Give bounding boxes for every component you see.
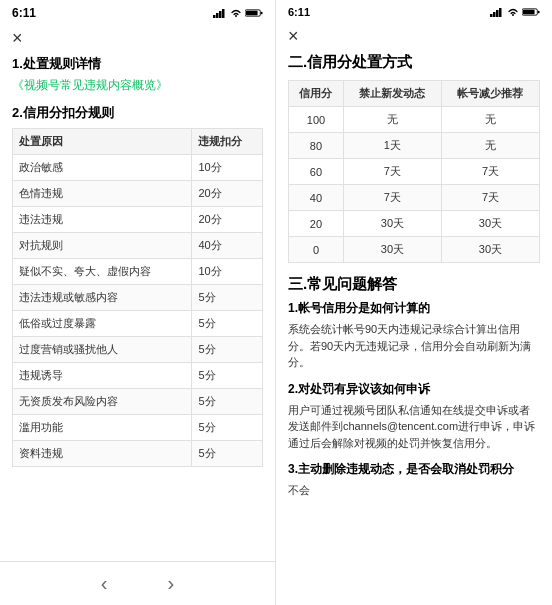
score-cell: 5分 — [192, 441, 263, 467]
ban-cell: 7天 — [343, 159, 441, 185]
reason-cell: 色情违规 — [13, 181, 192, 207]
reduce-cell: 30天 — [441, 237, 539, 263]
faq-item-body: 不会 — [288, 482, 540, 499]
svg-rect-9 — [496, 10, 499, 17]
svg-rect-13 — [523, 10, 535, 15]
table-row: 违法违规或敏感内容 5分 — [13, 285, 263, 311]
credit-score-cell: 100 — [289, 107, 344, 133]
reduce-cell: 无 — [441, 107, 539, 133]
table-row: 违法违规 20分 — [13, 207, 263, 233]
svg-rect-8 — [493, 12, 496, 17]
ban-cell: 30天 — [343, 237, 441, 263]
table-row: 违规诱导 5分 — [13, 363, 263, 389]
left-panel: 6:11 × 1.处置规则详情 《视频号常见违规内容概览》 — [0, 0, 276, 605]
ban-cell: 7天 — [343, 185, 441, 211]
ban-cell: 无 — [343, 107, 441, 133]
battery-icon — [245, 8, 263, 18]
table-row: 40 7天 7天 — [289, 185, 540, 211]
score-cell: 10分 — [192, 155, 263, 181]
left-close-button[interactable]: × — [0, 24, 275, 55]
faq-item-title: 1.帐号信用分是如何计算的 — [288, 300, 540, 317]
svg-rect-3 — [222, 9, 225, 18]
table-row: 无资质发布风险内容 5分 — [13, 389, 263, 415]
table-row: 对抗规则 40分 — [13, 233, 263, 259]
nav-forward-button[interactable]: › — [158, 570, 185, 597]
reason-cell: 政治敏感 — [13, 155, 192, 181]
left-content: 1.处置规则详情 《视频号常见违规内容概览》 2.信用分扣分规则 处置原因 违规… — [0, 55, 275, 561]
faq-item-title: 3.主动删除违规动态，是否会取消处罚积分 — [288, 461, 540, 478]
score-cell: 10分 — [192, 259, 263, 285]
table-row: 疑似不实、夸大、虚假内容 10分 — [13, 259, 263, 285]
ban-cell: 1天 — [343, 133, 441, 159]
table-row: 100 无 无 — [289, 107, 540, 133]
reason-cell: 对抗规则 — [13, 233, 192, 259]
right-status-icons — [490, 7, 540, 17]
score-cell: 40分 — [192, 233, 263, 259]
ban-cell: 30天 — [343, 211, 441, 237]
reduce-cell: 7天 — [441, 159, 539, 185]
right-time: 6:11 — [288, 6, 310, 18]
penalty-table: 处置原因 违规扣分 政治敏感 10分 色情违规 20分 违法违规 20分 对抗规… — [12, 128, 263, 467]
svg-rect-12 — [538, 11, 540, 14]
right-section-title: 二.信用分处置方式 — [288, 53, 540, 72]
faq-container: 1.帐号信用分是如何计算的 系统会统计帐号90天内违规记录综合计算出信用分。若9… — [288, 300, 540, 499]
right-col2: 禁止新发动态 — [343, 81, 441, 107]
faq-item-title: 2.对处罚有异议该如何申诉 — [288, 381, 540, 398]
table-row: 80 1天 无 — [289, 133, 540, 159]
score-cell: 20分 — [192, 181, 263, 207]
col-score: 违规扣分 — [192, 129, 263, 155]
reason-cell: 违规诱导 — [13, 363, 192, 389]
credit-score-cell: 40 — [289, 185, 344, 211]
faq-item-body: 系统会统计帐号90天内违规记录综合计算出信用分。若90天内无违规记录，信用分会自… — [288, 321, 540, 371]
left-time: 6:11 — [12, 6, 36, 20]
credit-score-table: 信用分 禁止新发动态 帐号减少推荐 100 无 无 80 1天 无 60 7天 … — [288, 80, 540, 263]
right-signal-icon — [490, 7, 504, 17]
credit-score-cell: 60 — [289, 159, 344, 185]
credit-score-cell: 20 — [289, 211, 344, 237]
reduce-cell: 30天 — [441, 211, 539, 237]
reason-cell: 低俗或过度暴露 — [13, 311, 192, 337]
svg-rect-1 — [216, 13, 219, 18]
left-status-icons — [213, 8, 263, 18]
credit-score-cell: 0 — [289, 237, 344, 263]
reason-cell: 违法违规或敏感内容 — [13, 285, 192, 311]
faq-item-3: 3.主动删除违规动态，是否会取消处罚积分 不会 — [288, 461, 540, 499]
svg-rect-0 — [213, 15, 216, 18]
reduce-cell: 7天 — [441, 185, 539, 211]
svg-rect-5 — [261, 12, 263, 15]
score-cell: 5分 — [192, 415, 263, 441]
score-cell: 5分 — [192, 389, 263, 415]
right-content: 二.信用分处置方式 信用分 禁止新发动态 帐号减少推荐 100 无 无 80 1… — [276, 49, 552, 605]
table-row: 过度营销或骚扰他人 5分 — [13, 337, 263, 363]
section1-title: 1.处置规则详情 — [12, 55, 263, 73]
video-rules-link[interactable]: 《视频号常见违规内容概览》 — [12, 77, 263, 94]
wifi-icon — [230, 8, 242, 18]
table-row: 滥用功能 5分 — [13, 415, 263, 441]
reduce-cell: 无 — [441, 133, 539, 159]
table-row: 政治敏感 10分 — [13, 155, 263, 181]
right-close-button[interactable]: × — [276, 22, 552, 49]
faq-item-2: 2.对处罚有异议该如何申诉 用户可通过视频号团队私信通知在线提交申诉或者发送邮件… — [288, 381, 540, 452]
table-row: 0 30天 30天 — [289, 237, 540, 263]
faq-item-1: 1.帐号信用分是如何计算的 系统会统计帐号90天内违规记录综合计算出信用分。若9… — [288, 300, 540, 371]
svg-rect-2 — [219, 11, 222, 18]
faq-title: 三.常见问题解答 — [288, 275, 540, 294]
table-row: 色情违规 20分 — [13, 181, 263, 207]
table-row: 20 30天 30天 — [289, 211, 540, 237]
nav-back-button[interactable]: ‹ — [91, 570, 118, 597]
signal-icon — [213, 8, 227, 18]
svg-rect-10 — [499, 8, 502, 17]
col-reason: 处置原因 — [13, 129, 192, 155]
right-col1: 信用分 — [289, 81, 344, 107]
score-cell: 5分 — [192, 363, 263, 389]
faq-item-body: 用户可通过视频号团队私信通知在线提交申诉或者发送邮件到channels@tenc… — [288, 402, 540, 452]
right-status-bar: 6:11 — [276, 0, 552, 22]
left-status-bar: 6:11 — [0, 0, 275, 24]
score-cell: 5分 — [192, 311, 263, 337]
table-row: 60 7天 7天 — [289, 159, 540, 185]
svg-rect-7 — [490, 14, 493, 17]
navigation-bar: ‹ › — [0, 561, 275, 605]
right-wifi-icon — [507, 7, 519, 17]
reason-cell: 过度营销或骚扰他人 — [13, 337, 192, 363]
right-col3: 帐号减少推荐 — [441, 81, 539, 107]
